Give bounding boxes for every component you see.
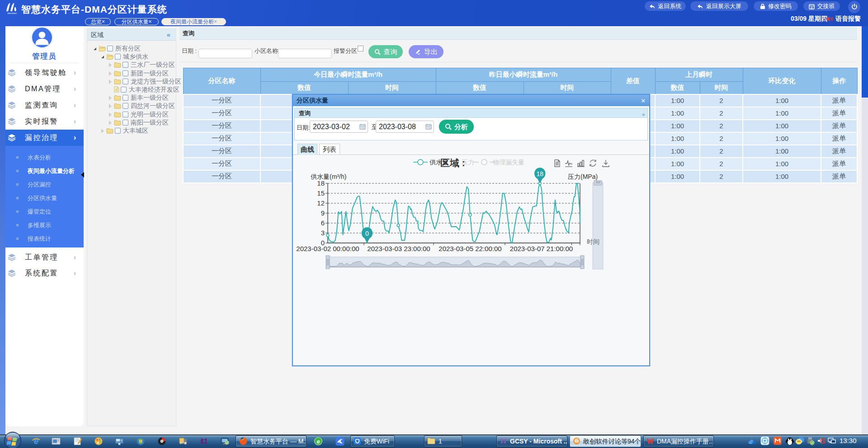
svg-text:区域 :: 区域 : <box>440 158 465 168</box>
svg-text:18: 18 <box>537 170 544 177</box>
svg-text:物理漏失量: 物理漏失量 <box>493 159 524 166</box>
svg-text:e: e <box>34 437 39 446</box>
svg-text:0: 0 <box>365 230 369 237</box>
svg-text:M: M <box>139 439 142 443</box>
svg-text:9: 9 <box>321 209 325 217</box>
svg-text:2023-03-02 00:00:00: 2023-03-02 00:00:00 <box>296 245 359 252</box>
svg-text:15: 15 <box>317 189 325 197</box>
svg-text:压力(MPa): 压力(MPa) <box>568 173 598 180</box>
svg-text:2023-03-07 21:00:00: 2023-03-07 21:00:00 <box>510 245 573 252</box>
svg-text:供水量(m³/h): 供水量(m³/h) <box>311 173 346 180</box>
svg-text:2023-03-03 23:00:00: 2023-03-03 23:00:00 <box>367 245 430 252</box>
svg-text:3: 3 <box>321 229 325 237</box>
svg-text:=: = <box>121 439 123 442</box>
svg-text:e: e <box>316 438 320 445</box>
svg-text:18: 18 <box>317 179 325 187</box>
svg-text:12: 12 <box>317 199 325 207</box>
svg-text:2023-03-05 22:00:00: 2023-03-05 22:00:00 <box>439 245 501 252</box>
svg-text:时间: 时间 <box>587 238 599 245</box>
svg-text:6: 6 <box>321 219 325 227</box>
